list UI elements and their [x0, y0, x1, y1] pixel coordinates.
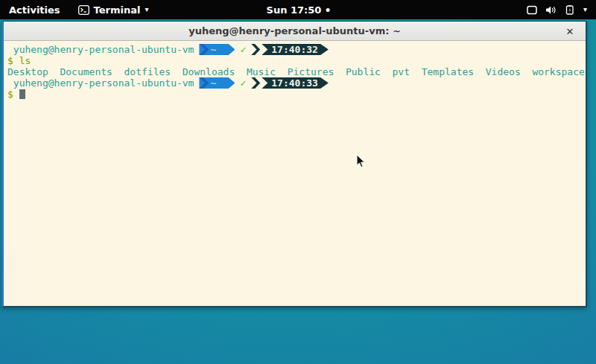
prompt-path: ~ — [211, 77, 217, 89]
dir-entry: Desktop — [7, 66, 48, 77]
titlebar[interactable]: yuheng@henry-personal-ubuntu-vm: ~ ✕ — [4, 22, 586, 41]
text-cursor — [19, 89, 25, 99]
top-bar: Activities Terminal ▾ Sun 17:50 — [0, 0, 596, 19]
dir-entry: Videos — [486, 66, 521, 77]
status-check-icon: ✓ — [240, 77, 246, 89]
status-check-icon: ✓ — [240, 44, 246, 55]
notification-dot-icon — [326, 8, 329, 12]
app-menu[interactable]: Terminal ▾ — [69, 0, 158, 19]
prompt-symbol: $ — [7, 55, 13, 66]
dir-entry: dotfiles — [124, 66, 171, 77]
prompt-time: 17:40:33 — [271, 77, 318, 89]
dir-entry: Music — [247, 66, 276, 77]
chevron-down-icon: ▾ — [145, 6, 148, 13]
dir-entry: Templates — [422, 66, 474, 77]
display-icon — [527, 5, 537, 15]
prompt-path-segment: ~ — [199, 44, 235, 55]
dir-entry: Downloads — [183, 66, 235, 77]
dir-entry: Public — [346, 66, 381, 77]
mouse-pointer-icon — [356, 154, 366, 171]
dir-entry: Pictures — [288, 66, 335, 77]
prompt-time-segment: 17:40:32 — [261, 44, 329, 55]
chevron-down-icon: ▾ — [583, 6, 587, 13]
clock-label: Sun 17:50 — [267, 4, 322, 16]
window-title: yuheng@henry-personal-ubuntu-vm: ~ — [4, 25, 586, 36]
powerline-arrow-icon — [199, 77, 209, 89]
prompt-line: yuheng@henry-personal-ubuntu-vm ~ ✓ 17:4… — [5, 77, 584, 89]
activities-button[interactable]: Activities — [0, 0, 69, 19]
dir-entry: workspace — [532, 66, 584, 77]
app-menu-label: Terminal — [94, 4, 141, 16]
volume-icon — [545, 5, 557, 15]
prompt-user: yuheng@henry-personal-ubuntu-vm — [7, 77, 194, 89]
terminal-body[interactable]: yuheng@henry-personal-ubuntu-vm ~ ✓ 17:4… — [4, 41, 586, 306]
powerline-arrow-icon — [251, 44, 260, 55]
prompt-user: yuheng@henry-personal-ubuntu-vm — [7, 44, 194, 55]
terminal-app-icon — [78, 5, 89, 15]
powerline-arrow-icon — [199, 44, 209, 55]
powerline-arrow-icon — [251, 77, 260, 89]
battery-charging-icon — [565, 5, 575, 15]
prompt-line: yuheng@henry-personal-ubuntu-vm ~ ✓ 17:4… — [5, 44, 584, 55]
dir-entry: Documents — [60, 66, 112, 77]
terminal-window: yuheng@henry-personal-ubuntu-vm: ~ ✕ yuh… — [1, 21, 587, 307]
system-status-area[interactable]: ▾ — [521, 0, 593, 19]
prompt-symbol: $ — [7, 89, 13, 100]
dir-entry: pvt — [393, 66, 410, 77]
clock-button[interactable]: Sun 17:50 — [267, 0, 330, 19]
output-line: Desktop Documents dotfiles Downloads Mus… — [5, 66, 584, 77]
command-line: $ ls — [5, 55, 584, 66]
prompt-path-segment: ~ — [199, 77, 235, 89]
prompt-time-segment: 17:40:33 — [261, 77, 329, 89]
close-button[interactable]: ✕ — [562, 22, 578, 41]
prompt-time: 17:40:32 — [271, 44, 318, 55]
command-text: ls — [19, 55, 31, 66]
prompt-path: ~ — [211, 44, 217, 55]
input-line[interactable]: $ — [5, 89, 584, 100]
